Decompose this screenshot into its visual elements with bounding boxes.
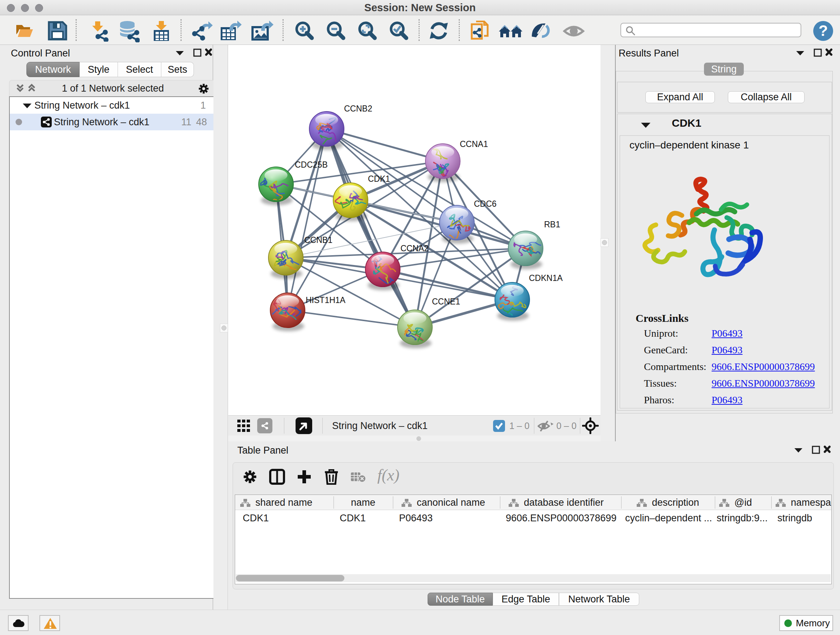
svg-text:HIST1H1A: HIST1H1A <box>306 295 346 305</box>
svg-text:CCNB1: CCNB1 <box>304 235 332 245</box>
svg-text:CDK1: CDK1 <box>368 174 390 184</box>
svg-text:CCNE1: CCNE1 <box>432 297 460 306</box>
svg-text:CCNA2: CCNA2 <box>401 244 429 253</box>
svg-text:RB1: RB1 <box>544 220 561 229</box>
svg-text:CCNB2: CCNB2 <box>344 104 372 113</box>
svg-text:CDC6: CDC6 <box>474 199 497 209</box>
svg-text:CDC25B: CDC25B <box>295 160 328 169</box>
svg-text:CDKN1A: CDKN1A <box>529 273 563 283</box>
svg-text:CCNA1: CCNA1 <box>460 139 488 149</box>
